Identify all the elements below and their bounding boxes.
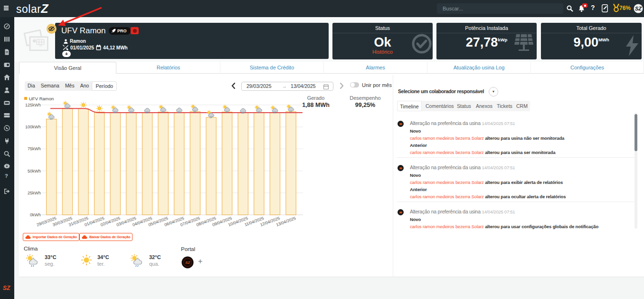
- svg-text:SZ: SZ: [185, 260, 190, 265]
- svg-text:SZ: SZ: [635, 6, 642, 11]
- svg-text:125kWh: 125kWh: [25, 103, 41, 107]
- svg-text:UFV Ramon: UFV Ramon: [29, 96, 54, 101]
